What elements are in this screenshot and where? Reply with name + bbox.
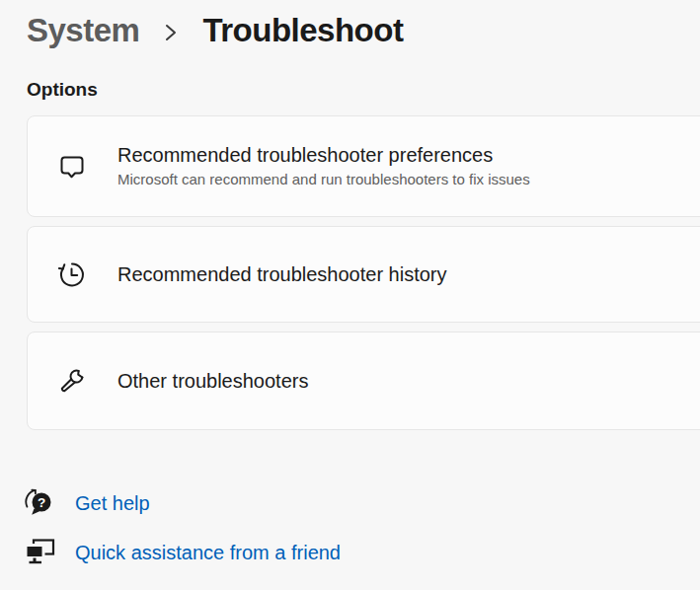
get-help-icon: ? bbox=[23, 487, 56, 519]
wrench-icon bbox=[57, 367, 87, 395]
card-title: Recommended troubleshooter history bbox=[117, 261, 447, 288]
card-text: Recommended troubleshooter history bbox=[117, 261, 447, 288]
footer-links: ? Get help Quick assistance from a frien… bbox=[0, 485, 341, 584]
settings-troubleshoot-page: System Troubleshoot Options Recommended … bbox=[0, 0, 700, 590]
card-other-troubleshooters[interactable]: Other troubleshooters bbox=[27, 332, 700, 430]
history-icon bbox=[57, 259, 87, 289]
quick-assist-link[interactable]: Quick assistance from a friend bbox=[0, 535, 341, 570]
card-title: Recommended troubleshooter preferences bbox=[117, 142, 530, 169]
card-subtitle: Microsoft can recommend and run troubles… bbox=[117, 169, 530, 190]
chat-bubble-icon bbox=[57, 153, 87, 181]
get-help-link[interactable]: ? Get help bbox=[0, 485, 341, 521]
get-help-label: Get help bbox=[75, 492, 150, 515]
page-title: Troubleshoot bbox=[202, 12, 403, 49]
quick-assist-icon bbox=[23, 538, 56, 567]
svg-text:?: ? bbox=[38, 495, 45, 510]
card-text: Other troubleshooters bbox=[117, 368, 308, 395]
card-recommended-troubleshooter-preferences[interactable]: Recommended troubleshooter preferences M… bbox=[27, 115, 700, 217]
options-card-list: Recommended troubleshooter preferences M… bbox=[27, 115, 700, 430]
section-heading-options: Options bbox=[27, 79, 700, 101]
card-recommended-troubleshooter-history[interactable]: Recommended troubleshooter history bbox=[27, 226, 700, 323]
breadcrumb: System Troubleshoot bbox=[0, 0, 700, 51]
quick-assist-label: Quick assistance from a friend bbox=[75, 542, 341, 564]
breadcrumb-system[interactable]: System bbox=[27, 12, 139, 49]
card-title: Other troubleshooters bbox=[117, 368, 308, 395]
chevron-right-icon bbox=[163, 22, 179, 43]
card-text: Recommended troubleshooter preferences M… bbox=[117, 142, 530, 190]
